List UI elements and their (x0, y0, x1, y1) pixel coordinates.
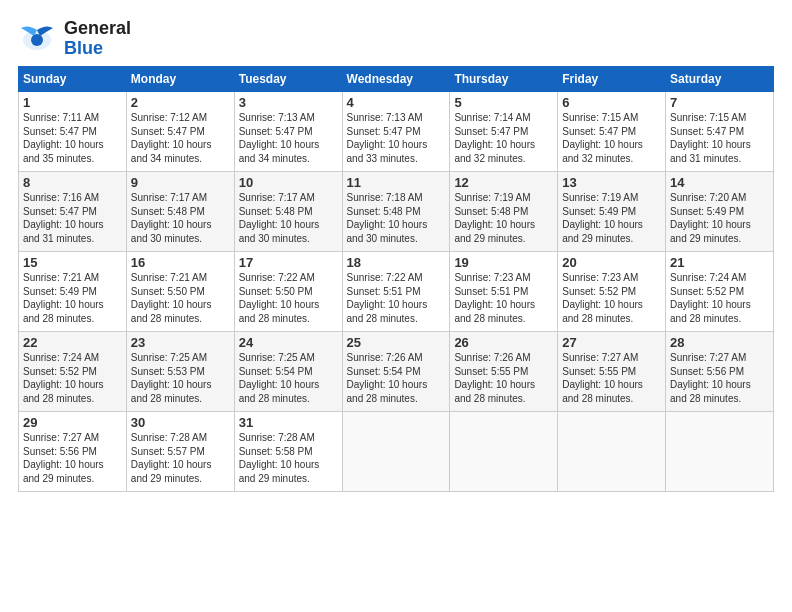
daylight-label: Daylight: 10 hours and 31 minutes. (670, 139, 751, 164)
calendar-cell: 10 Sunrise: 7:17 AM Sunset: 5:48 PM Dayl… (234, 172, 342, 252)
day-info: Sunrise: 7:15 AM Sunset: 5:47 PM Dayligh… (562, 111, 661, 165)
day-number: 24 (239, 335, 338, 350)
sunrise-label: Sunrise: 7:19 AM (562, 192, 638, 203)
calendar-cell (558, 412, 666, 492)
daylight-label: Daylight: 10 hours and 28 minutes. (239, 379, 320, 404)
calendar-cell: 6 Sunrise: 7:15 AM Sunset: 5:47 PM Dayli… (558, 92, 666, 172)
daylight-label: Daylight: 10 hours and 28 minutes. (670, 379, 751, 404)
day-number: 13 (562, 175, 661, 190)
sunset-label: Sunset: 5:58 PM (239, 446, 313, 457)
day-number: 22 (23, 335, 122, 350)
calendar-cell: 18 Sunrise: 7:22 AM Sunset: 5:51 PM Dayl… (342, 252, 450, 332)
daylight-label: Daylight: 10 hours and 28 minutes. (131, 379, 212, 404)
day-number: 29 (23, 415, 122, 430)
day-number: 21 (670, 255, 769, 270)
day-number: 15 (23, 255, 122, 270)
calendar-cell: 21 Sunrise: 7:24 AM Sunset: 5:52 PM Dayl… (666, 252, 774, 332)
day-info: Sunrise: 7:21 AM Sunset: 5:50 PM Dayligh… (131, 271, 230, 325)
calendar-cell: 5 Sunrise: 7:14 AM Sunset: 5:47 PM Dayli… (450, 92, 558, 172)
day-number: 23 (131, 335, 230, 350)
weekday-header: Friday (558, 67, 666, 92)
calendar-cell: 31 Sunrise: 7:28 AM Sunset: 5:58 PM Dayl… (234, 412, 342, 492)
day-info: Sunrise: 7:13 AM Sunset: 5:47 PM Dayligh… (347, 111, 446, 165)
daylight-label: Daylight: 10 hours and 30 minutes. (131, 219, 212, 244)
sunset-label: Sunset: 5:48 PM (239, 206, 313, 217)
calendar-cell: 25 Sunrise: 7:26 AM Sunset: 5:54 PM Dayl… (342, 332, 450, 412)
day-info: Sunrise: 7:21 AM Sunset: 5:49 PM Dayligh… (23, 271, 122, 325)
calendar-week-row: 1 Sunrise: 7:11 AM Sunset: 5:47 PM Dayli… (19, 92, 774, 172)
logo-text-line1: General (64, 19, 131, 39)
sunset-label: Sunset: 5:47 PM (347, 126, 421, 137)
day-number: 12 (454, 175, 553, 190)
day-info: Sunrise: 7:17 AM Sunset: 5:48 PM Dayligh… (131, 191, 230, 245)
daylight-label: Daylight: 10 hours and 31 minutes. (23, 219, 104, 244)
logo-icon (18, 18, 56, 60)
calendar-header-row: SundayMondayTuesdayWednesdayThursdayFrid… (19, 67, 774, 92)
sunrise-label: Sunrise: 7:11 AM (23, 112, 99, 123)
day-info: Sunrise: 7:24 AM Sunset: 5:52 PM Dayligh… (670, 271, 769, 325)
day-info: Sunrise: 7:23 AM Sunset: 5:52 PM Dayligh… (562, 271, 661, 325)
day-info: Sunrise: 7:19 AM Sunset: 5:49 PM Dayligh… (562, 191, 661, 245)
day-info: Sunrise: 7:26 AM Sunset: 5:54 PM Dayligh… (347, 351, 446, 405)
calendar-cell: 26 Sunrise: 7:26 AM Sunset: 5:55 PM Dayl… (450, 332, 558, 412)
daylight-label: Daylight: 10 hours and 28 minutes. (131, 299, 212, 324)
daylight-label: Daylight: 10 hours and 33 minutes. (347, 139, 428, 164)
weekday-header: Wednesday (342, 67, 450, 92)
sunrise-label: Sunrise: 7:22 AM (239, 272, 315, 283)
daylight-label: Daylight: 10 hours and 28 minutes. (347, 299, 428, 324)
day-number: 6 (562, 95, 661, 110)
calendar-cell: 30 Sunrise: 7:28 AM Sunset: 5:57 PM Dayl… (126, 412, 234, 492)
day-info: Sunrise: 7:23 AM Sunset: 5:51 PM Dayligh… (454, 271, 553, 325)
sunset-label: Sunset: 5:57 PM (131, 446, 205, 457)
day-info: Sunrise: 7:24 AM Sunset: 5:52 PM Dayligh… (23, 351, 122, 405)
day-number: 2 (131, 95, 230, 110)
sunset-label: Sunset: 5:56 PM (670, 366, 744, 377)
calendar-cell: 15 Sunrise: 7:21 AM Sunset: 5:49 PM Dayl… (19, 252, 127, 332)
sunrise-label: Sunrise: 7:28 AM (239, 432, 315, 443)
weekday-header: Thursday (450, 67, 558, 92)
sunrise-label: Sunrise: 7:28 AM (131, 432, 207, 443)
sunrise-label: Sunrise: 7:22 AM (347, 272, 423, 283)
day-number: 8 (23, 175, 122, 190)
calendar-cell: 1 Sunrise: 7:11 AM Sunset: 5:47 PM Dayli… (19, 92, 127, 172)
calendar-cell: 12 Sunrise: 7:19 AM Sunset: 5:48 PM Dayl… (450, 172, 558, 252)
daylight-label: Daylight: 10 hours and 28 minutes. (454, 299, 535, 324)
sunset-label: Sunset: 5:47 PM (23, 206, 97, 217)
daylight-label: Daylight: 10 hours and 28 minutes. (347, 379, 428, 404)
day-number: 25 (347, 335, 446, 350)
sunrise-label: Sunrise: 7:20 AM (670, 192, 746, 203)
sunset-label: Sunset: 5:48 PM (131, 206, 205, 217)
day-number: 1 (23, 95, 122, 110)
sunset-label: Sunset: 5:47 PM (454, 126, 528, 137)
sunrise-label: Sunrise: 7:15 AM (562, 112, 638, 123)
calendar-cell (666, 412, 774, 492)
daylight-label: Daylight: 10 hours and 28 minutes. (454, 379, 535, 404)
daylight-label: Daylight: 10 hours and 30 minutes. (239, 219, 320, 244)
calendar-cell: 22 Sunrise: 7:24 AM Sunset: 5:52 PM Dayl… (19, 332, 127, 412)
calendar-cell: 23 Sunrise: 7:25 AM Sunset: 5:53 PM Dayl… (126, 332, 234, 412)
calendar-cell: 27 Sunrise: 7:27 AM Sunset: 5:55 PM Dayl… (558, 332, 666, 412)
daylight-label: Daylight: 10 hours and 29 minutes. (23, 459, 104, 484)
calendar-cell: 28 Sunrise: 7:27 AM Sunset: 5:56 PM Dayl… (666, 332, 774, 412)
sunrise-label: Sunrise: 7:23 AM (454, 272, 530, 283)
calendar-cell: 9 Sunrise: 7:17 AM Sunset: 5:48 PM Dayli… (126, 172, 234, 252)
day-number: 4 (347, 95, 446, 110)
daylight-label: Daylight: 10 hours and 35 minutes. (23, 139, 104, 164)
day-info: Sunrise: 7:13 AM Sunset: 5:47 PM Dayligh… (239, 111, 338, 165)
daylight-label: Daylight: 10 hours and 28 minutes. (23, 379, 104, 404)
calendar-week-row: 29 Sunrise: 7:27 AM Sunset: 5:56 PM Dayl… (19, 412, 774, 492)
calendar-cell: 4 Sunrise: 7:13 AM Sunset: 5:47 PM Dayli… (342, 92, 450, 172)
sunrise-label: Sunrise: 7:17 AM (239, 192, 315, 203)
day-number: 9 (131, 175, 230, 190)
day-info: Sunrise: 7:26 AM Sunset: 5:55 PM Dayligh… (454, 351, 553, 405)
day-info: Sunrise: 7:20 AM Sunset: 5:49 PM Dayligh… (670, 191, 769, 245)
sunrise-label: Sunrise: 7:14 AM (454, 112, 530, 123)
weekday-header: Saturday (666, 67, 774, 92)
calendar-cell: 8 Sunrise: 7:16 AM Sunset: 5:47 PM Dayli… (19, 172, 127, 252)
calendar-cell: 11 Sunrise: 7:18 AM Sunset: 5:48 PM Dayl… (342, 172, 450, 252)
sunset-label: Sunset: 5:50 PM (239, 286, 313, 297)
day-number: 3 (239, 95, 338, 110)
day-number: 26 (454, 335, 553, 350)
calendar-cell: 2 Sunrise: 7:12 AM Sunset: 5:47 PM Dayli… (126, 92, 234, 172)
daylight-label: Daylight: 10 hours and 29 minutes. (562, 219, 643, 244)
